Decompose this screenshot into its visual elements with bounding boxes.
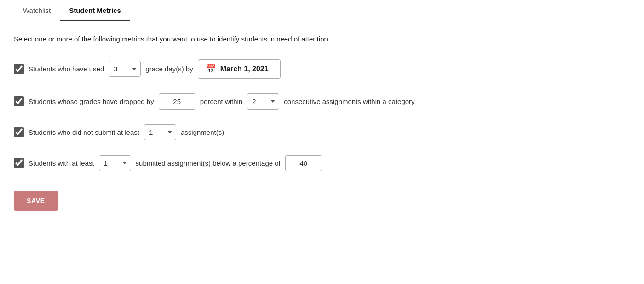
metric-row-grace-days: Students who have used 1 2 3 4 5 grace d… [14, 59, 630, 79]
grades-dropped-select[interactable]: 1 2 3 4 5 [247, 93, 279, 110]
grades-dropped-input[interactable] [159, 93, 196, 110]
below-percentage-select[interactable]: 1 2 3 4 5 [99, 155, 131, 171]
metric-label-below-before: Students with at least [29, 159, 94, 167]
metric-label-not-submit-before: Students who did not submit at least [29, 128, 139, 136]
page-description: Select one or more of the following metr… [14, 34, 630, 45]
metric-label-below-middle: submitted assignment(s) below a percenta… [136, 159, 281, 167]
tab-student-metrics[interactable]: Student Metrics [60, 0, 130, 21]
grace-days-select[interactable]: 1 2 3 4 5 [109, 61, 141, 77]
metric-label-not-submit-after: assignment(s) [181, 128, 224, 136]
checkbox-grades-dropped[interactable] [14, 96, 24, 106]
tab-watchlist[interactable]: Watchlist [14, 0, 60, 21]
below-percentage-input[interactable] [285, 155, 322, 171]
metric-row-grades-dropped: Students whose grades have dropped by pe… [14, 93, 630, 110]
metric-label-grades-before: Students whose grades have dropped by [29, 98, 154, 105]
checkbox-grace-days[interactable] [14, 64, 24, 74]
date-picker-button[interactable]: 📅 March 1, 2021 [198, 59, 281, 79]
metric-label-grace-before: Students who have used [29, 65, 104, 73]
page-container: Watchlist Student Metrics Select one or … [0, 0, 644, 284]
tabs-bar: Watchlist Student Metrics [14, 0, 630, 21]
calendar-icon: 📅 [206, 64, 216, 74]
metric-row-not-submit: Students who did not submit at least 1 2… [14, 124, 630, 140]
not-submit-select[interactable]: 1 2 3 4 5 [144, 124, 176, 140]
metric-row-below-percentage: Students with at least 1 2 3 4 5 submitt… [14, 155, 630, 171]
checkbox-below-percentage[interactable] [14, 158, 24, 168]
date-value: March 1, 2021 [220, 65, 269, 73]
checkbox-not-submit[interactable] [14, 127, 24, 137]
metric-label-grace-after: grace day(s) by [145, 65, 193, 73]
save-button[interactable]: SAVE [14, 191, 58, 211]
metric-label-grades-after: consecutive assignments within a categor… [284, 98, 414, 105]
metric-label-grades-middle: percent within [200, 98, 243, 105]
